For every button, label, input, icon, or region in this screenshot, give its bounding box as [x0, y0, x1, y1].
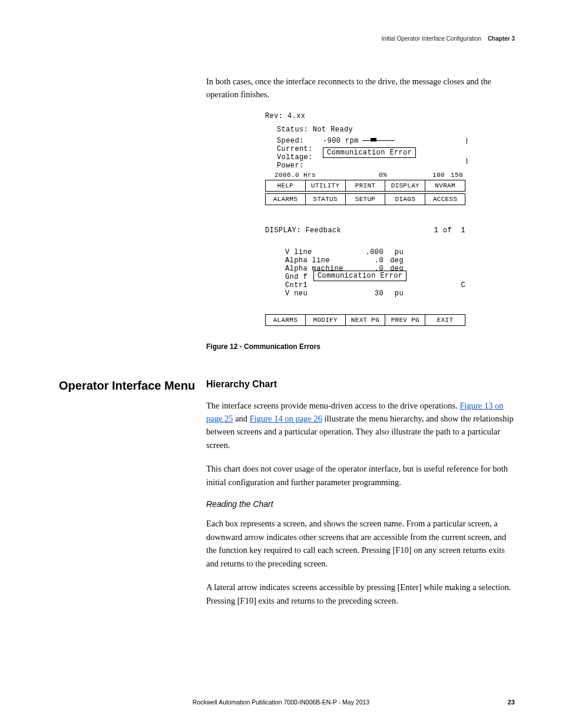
footer-publication: Rockwell Automation Publication 7000-IN0…: [0, 699, 562, 706]
display-page: 1 of 1: [434, 226, 465, 235]
softkey-alarms-b[interactable]: ALARMS: [266, 315, 306, 325]
section-heading-left: Operator Interface Menu: [59, 379, 206, 618]
comm-error-box-top: Communication Error: [323, 147, 416, 158]
fb-val: .0: [359, 256, 384, 265]
fb-item: V line: [285, 248, 359, 256]
softkey-nvram[interactable]: NVRAM: [425, 180, 465, 191]
softkey-next-pg[interactable]: NEXT PG: [346, 315, 386, 325]
scale-150: 150: [451, 172, 463, 179]
softkey-modify[interactable]: MODIFY: [306, 315, 346, 325]
softkey-status[interactable]: STATUS: [306, 194, 346, 205]
fb-item: Alpha line: [285, 256, 359, 265]
fb-val: [313, 281, 338, 289]
percent-value: 0%: [379, 172, 387, 179]
fb-item: V neu: [285, 289, 359, 298]
fb-unit: pu: [384, 289, 404, 298]
comm-error-box-bottom: Communication Error: [313, 271, 406, 281]
paragraph-1: The interface screens provide menu-drive…: [206, 399, 515, 452]
link-figure-14[interactable]: Figure 14 on page 26: [250, 414, 322, 423]
fb-unit: pu: [384, 248, 404, 256]
page-number: 23: [508, 699, 515, 706]
fb-item: Cntr1: [285, 281, 313, 289]
scale-100: 100: [432, 172, 445, 179]
softkey-row-1: HELP UTILITY PRINT DISPLAY NVRAM: [265, 180, 465, 192]
paragraph-3: Each box represents a screen, and shows …: [206, 517, 515, 570]
paragraph-2: This chart does not cover usage of the o…: [206, 462, 515, 489]
terminal-top: Rev: 4.xx Status: Not Ready Speed: -900 …: [265, 112, 465, 205]
softkey-diags[interactable]: DIAGS: [385, 194, 425, 205]
softkey-row-2: ALARMS STATUS SETUP DIAGS ACCESS: [265, 193, 465, 205]
rev-line: Rev: 4.xx: [265, 112, 465, 121]
hours-value: 2086.0 Hrs: [275, 172, 316, 179]
breadcrumb: Initial Operator Interface Configuration: [382, 35, 482, 42]
softkey-setup[interactable]: SETUP: [346, 194, 386, 205]
fb-unit: deg: [384, 256, 404, 265]
fb-val: .000: [359, 248, 384, 256]
chapter-label: Chapter 3: [488, 35, 515, 42]
row-power-label: Power:: [277, 162, 323, 170]
row-voltage-label: Voltage:: [277, 153, 323, 162]
display-title: DISPLAY: Feedback: [265, 226, 341, 235]
softkey-help[interactable]: HELP: [266, 180, 306, 191]
terminal-bottom: DISPLAY: Feedback 1 of 1 V line.000pu Al…: [265, 226, 465, 326]
row-speed-value: -900 rpm: [323, 137, 359, 145]
figure-caption: Figure 12 - Communication Errors: [206, 342, 515, 351]
intro-paragraph: In both cases, once the interface reconn…: [206, 75, 518, 101]
reading-chart-heading: Reading the Chart: [206, 499, 515, 509]
softkey-utility[interactable]: UTILITY: [306, 180, 346, 191]
speed-bar: [362, 138, 395, 143]
softkey-row-bottom: ALARMS MODIFY NEXT PG PREV PG EXIT: [265, 314, 465, 326]
softkey-exit[interactable]: EXIT: [425, 315, 465, 325]
row-current-label: Current:: [277, 145, 323, 153]
softkey-alarms[interactable]: ALARMS: [266, 194, 306, 205]
fb-unit: C: [445, 281, 465, 289]
page-header: Initial Operator Interface Configuration…: [382, 35, 515, 42]
row-speed-label: Speed:: [277, 137, 323, 145]
paragraph-4: A lateral arrow indicates screens access…: [206, 581, 515, 607]
softkey-display[interactable]: DISPLAY: [385, 180, 425, 191]
hierarchy-chart-heading: Hierarchy Chart: [206, 379, 515, 390]
softkey-print[interactable]: PRINT: [346, 180, 386, 191]
p1-part-a: The interface screens provide menu-drive…: [206, 401, 459, 410]
fb-val: 30: [359, 289, 384, 298]
status-line: Status: Not Ready: [277, 126, 463, 134]
softkey-prev-pg[interactable]: PREV PG: [385, 315, 425, 325]
vertical-gauge: [452, 138, 470, 164]
softkey-access[interactable]: ACCESS: [425, 194, 465, 205]
p1-part-b: and: [233, 414, 250, 423]
